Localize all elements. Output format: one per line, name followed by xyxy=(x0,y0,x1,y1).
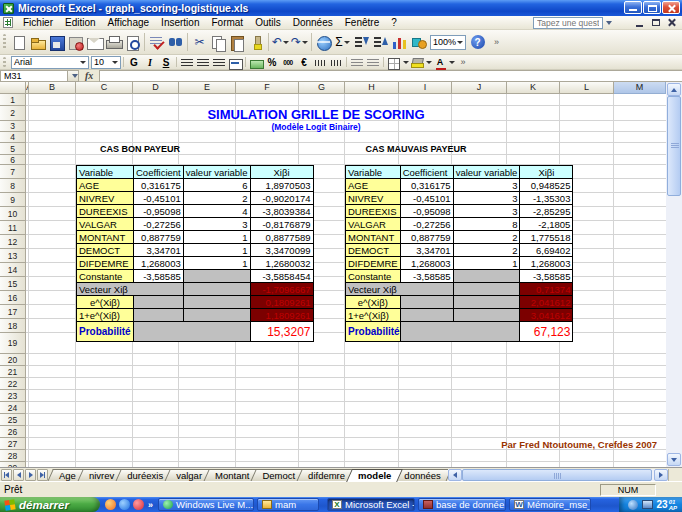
print-preview-icon[interactable] xyxy=(123,33,142,52)
constante-name-cell[interactable]: Constante xyxy=(77,270,134,283)
variable-name-cell[interactable]: AGE xyxy=(346,179,401,192)
clock[interactable]: 23 01AP xyxy=(657,499,677,511)
autosum-icon[interactable]: Σ xyxy=(333,33,352,52)
column-header-F[interactable]: F xyxy=(236,82,299,94)
sheet-tab-modele[interactable]: modele xyxy=(349,469,400,482)
scroll-left-icon[interactable] xyxy=(448,469,462,481)
xibi-cell[interactable]: -2,1805 xyxy=(520,218,573,231)
variable-value-cell[interactable]: 3 xyxy=(453,205,520,218)
first-sheet-icon[interactable] xyxy=(1,469,12,481)
constante-name-cell[interactable]: Constante xyxy=(346,270,401,283)
align-center-icon[interactable] xyxy=(195,56,211,69)
column-header-I[interactable]: I xyxy=(399,82,452,94)
close-button[interactable] xyxy=(662,1,680,14)
probability-label-cell[interactable]: Probabilité de défaut % xyxy=(346,322,401,342)
xibi-cell[interactable]: 0,8877589 xyxy=(250,231,313,244)
spelling-icon[interactable] xyxy=(147,33,166,52)
menu-edition[interactable]: Edition xyxy=(59,16,102,29)
variable-name-cell[interactable]: VALGAR xyxy=(77,218,134,231)
row-header-3[interactable]: 3 xyxy=(0,121,26,132)
open-icon[interactable] xyxy=(28,33,47,52)
variable-name-cell[interactable]: DEMOCT xyxy=(77,244,134,257)
align-left-icon[interactable] xyxy=(179,56,195,69)
toolbar-grip[interactable] xyxy=(3,57,6,67)
variable-name-cell[interactable]: VALGAR xyxy=(346,218,401,231)
italic-icon[interactable]: I xyxy=(142,56,158,69)
table-header-cell[interactable]: valeur variable xyxy=(453,166,520,179)
empty-gray-cell[interactable] xyxy=(453,309,520,322)
row-header-17[interactable]: 17 xyxy=(0,305,26,319)
column-header-M[interactable]: M xyxy=(614,82,666,94)
xibi-cell[interactable]: 1,8970503 xyxy=(250,179,313,192)
probability-value-cell[interactable]: 67,123 xyxy=(520,322,573,342)
row-header-13[interactable]: 13 xyxy=(0,249,26,263)
last-sheet-icon[interactable] xyxy=(37,469,48,481)
comma-style-icon[interactable]: 000 xyxy=(280,56,296,69)
underline-icon[interactable]: S xyxy=(158,56,174,69)
row-header-15[interactable]: 15 xyxy=(0,277,26,291)
sort-descending-icon[interactable] xyxy=(371,33,390,52)
row-header-22[interactable]: 22 xyxy=(0,378,26,390)
menu-outils[interactable]: Outils xyxy=(249,16,287,29)
coefficient-cell[interactable]: -0,95098 xyxy=(134,205,184,218)
font-color-icon[interactable]: A xyxy=(432,56,448,69)
vertical-scroll-thumb[interactable] xyxy=(667,96,681,196)
xibi-cell[interactable]: -0,8176879 xyxy=(250,218,313,231)
currency-style-icon[interactable] xyxy=(248,56,264,69)
xibi-cell[interactable]: 3,3470099 xyxy=(250,244,313,257)
coefficient-cell[interactable]: -0,95098 xyxy=(400,205,453,218)
quick-launch-app-icon[interactable] xyxy=(133,499,144,510)
coefficient-cell[interactable]: 0,887759 xyxy=(400,231,453,244)
start-button[interactable]: démarrer xyxy=(0,497,100,512)
row-header-5[interactable]: 5 xyxy=(0,143,26,155)
formula-input[interactable] xyxy=(99,70,682,82)
row-header-4[interactable]: 4 xyxy=(0,132,26,143)
percent-style-icon[interactable]: % xyxy=(264,56,280,69)
vecteur-label-cell[interactable]: Vecteur Xiβ xyxy=(346,283,454,296)
menu-insertion[interactable]: Insertion xyxy=(155,16,205,29)
variable-name-cell[interactable]: DIFDEMRE xyxy=(346,257,401,270)
vertical-scrollbar[interactable] xyxy=(666,82,682,467)
constante-xibi-cell[interactable]: -3,5858454 xyxy=(250,270,313,283)
coefficient-cell[interactable]: -0,27256 xyxy=(400,218,453,231)
column-header-B[interactable]: B xyxy=(29,82,76,94)
font-name-select[interactable]: Arial xyxy=(11,56,89,69)
xibi-cell[interactable]: -2,85295 xyxy=(520,205,573,218)
column-header-E[interactable]: E xyxy=(179,82,236,94)
research-icon[interactable] xyxy=(166,33,185,52)
coefficient-cell[interactable]: 3,34701 xyxy=(134,244,184,257)
row-header-6[interactable]: 6 xyxy=(0,155,26,165)
vecteur-label-cell[interactable]: Vecteur Xiβ xyxy=(77,283,184,296)
permission-icon[interactable] xyxy=(66,33,85,52)
question-dropdown-icon[interactable] xyxy=(606,21,612,25)
row-header-26[interactable]: 26 xyxy=(0,426,26,438)
drawing-icon[interactable] xyxy=(409,33,428,52)
print-icon[interactable] xyxy=(104,33,123,52)
increase-decimal-icon[interactable] xyxy=(312,56,328,69)
variable-name-cell[interactable]: AGE xyxy=(77,179,134,192)
menu-donnees[interactable]: Données xyxy=(287,16,339,29)
undo-icon[interactable]: ↶ xyxy=(271,33,290,52)
taskbar-window-word[interactable]: W Mémoire_mse_8-... xyxy=(509,498,591,511)
row-header-25[interactable]: 25 xyxy=(0,414,26,426)
minimize-button[interactable] xyxy=(624,1,642,14)
column-header-G[interactable]: G xyxy=(299,82,345,94)
help-icon[interactable]: ? xyxy=(468,33,487,52)
row-header-27[interactable]: 27 xyxy=(0,438,26,450)
row-header-12[interactable]: 12 xyxy=(0,235,26,249)
row-header-18[interactable]: 18 xyxy=(0,319,26,333)
new-icon[interactable] xyxy=(9,33,28,52)
name-box[interactable]: M31 xyxy=(0,70,68,82)
tray-display-icon[interactable] xyxy=(642,500,653,509)
row-header-7[interactable]: 7 xyxy=(0,165,26,179)
borders-icon[interactable] xyxy=(386,56,402,69)
one-plus-exp-value-cell[interactable]: 3,041612 xyxy=(520,309,573,322)
table-header-cell[interactable]: valeur variable xyxy=(183,166,250,179)
taskbar-window-messenger[interactable]: Windows Live M... xyxy=(158,498,254,511)
taskbar-window-database[interactable]: base de donnée... xyxy=(418,498,506,511)
xibi-cell[interactable]: 0,948525 xyxy=(520,179,573,192)
constante-coef-cell[interactable]: -3,58585 xyxy=(400,270,453,283)
table-header-cell[interactable]: Coefficient xyxy=(134,166,184,179)
coefficient-cell[interactable]: -0,45101 xyxy=(134,192,184,205)
xibi-cell[interactable]: 6,69402 xyxy=(520,244,573,257)
